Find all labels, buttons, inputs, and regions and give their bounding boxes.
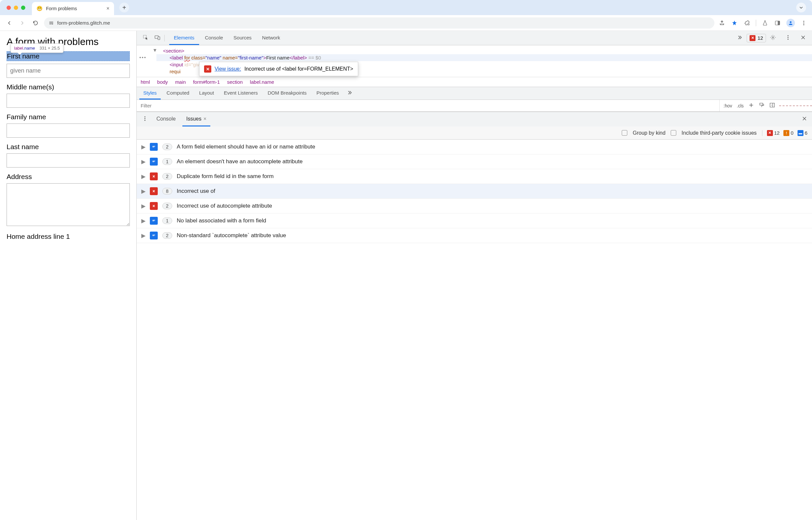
- drawer-tab-issues[interactable]: Issues ×: [182, 112, 211, 127]
- device-toolbar-button[interactable]: [152, 33, 162, 43]
- breadcrumb-item[interactable]: body: [157, 79, 168, 85]
- svg-point-6: [804, 24, 805, 25]
- close-tab-icon[interactable]: ×: [106, 6, 109, 11]
- family-name-input[interactable]: [6, 124, 130, 138]
- reload-button[interactable]: [31, 18, 40, 28]
- sidepanel-button[interactable]: [774, 19, 781, 27]
- drawer-menu-button[interactable]: [140, 114, 150, 124]
- styles-tab-properties[interactable]: Properties: [312, 87, 343, 100]
- close-issues-tab-icon[interactable]: ×: [203, 116, 206, 122]
- inspect-element-button[interactable]: [141, 33, 151, 43]
- new-tab-button[interactable]: +: [119, 3, 129, 12]
- site-settings-icon[interactable]: [49, 20, 54, 26]
- styles-tab-styles[interactable]: Styles: [139, 87, 161, 100]
- collapsed-dots-icon[interactable]: •••: [139, 54, 147, 60]
- issue-title: Non-standard `autocomplete` attribute va…: [177, 232, 286, 239]
- toggle-pane-button[interactable]: [769, 102, 775, 109]
- devtools-toolbar: ElementsConsoleSourcesNetwork ✕ 12: [137, 31, 812, 45]
- styles-filter-input[interactable]: [137, 103, 719, 108]
- page-content: A form with problems label.name 331 × 25…: [0, 31, 136, 520]
- error-count-chip[interactable]: ✕ 12: [746, 34, 766, 42]
- forward-button[interactable]: [18, 18, 27, 28]
- more-styles-tabs-button[interactable]: [345, 88, 355, 98]
- inspect-icon: [143, 34, 149, 41]
- issue-row[interactable]: ▶2Duplicate form field id in the same fo…: [137, 169, 812, 184]
- browser-tab[interactable]: 😬 Form problems ×: [32, 2, 114, 15]
- new-style-rule-button[interactable]: [748, 102, 754, 109]
- issue-row[interactable]: ▶1An element doesn't have an autocomplet…: [137, 154, 812, 169]
- resize-handle[interactable]: [779, 105, 812, 106]
- issue-row[interactable]: ▶2Incorrect use of autocomplete attribut…: [137, 199, 812, 213]
- profile-avatar[interactable]: [786, 19, 795, 27]
- breadcrumb-item[interactable]: main: [175, 79, 186, 85]
- styles-tab-event-listeners[interactable]: Event Listeners: [220, 87, 261, 100]
- last-name-input[interactable]: [6, 153, 130, 167]
- styles-tab-layout[interactable]: Layout: [195, 87, 218, 100]
- styles-tab-dom-breakpoints[interactable]: DOM Breakpoints: [264, 87, 310, 100]
- share-button[interactable]: [718, 19, 726, 27]
- tab-overflow-button[interactable]: [796, 3, 806, 12]
- first-name-input[interactable]: [6, 64, 130, 78]
- expand-arrow-icon: ▶: [141, 217, 145, 224]
- elements-tree[interactable]: ▼ <section> ••• <label for class="name" …: [137, 45, 812, 77]
- devtools-tab-network[interactable]: Network: [258, 31, 285, 45]
- devtools-menu-button[interactable]: [783, 33, 793, 43]
- back-button[interactable]: [5, 18, 14, 28]
- panel-right-icon: [769, 102, 775, 108]
- svg-rect-14: [760, 103, 763, 105]
- arrow-right-icon: [19, 20, 25, 26]
- hov-toggle[interactable]: :hov: [724, 103, 732, 108]
- breadcrumb-item[interactable]: form#form-1: [193, 79, 220, 85]
- close-devtools-button[interactable]: [798, 33, 808, 43]
- flask-icon: [762, 20, 768, 26]
- panel-icon: [775, 20, 781, 26]
- plus-icon: [748, 102, 754, 108]
- breadcrumb-item[interactable]: html: [141, 79, 150, 85]
- inspector-tooltip: label.name 331 × 25.5: [10, 43, 64, 53]
- middle-names-input[interactable]: [6, 94, 130, 108]
- errors-count: 12: [774, 130, 780, 136]
- drawer-tab-console[interactable]: Console: [152, 112, 180, 127]
- issue-popup-text: Incorrect use of <label for=FORM_ELEMENT…: [245, 66, 353, 72]
- styles-tab-computed[interactable]: Computed: [163, 87, 193, 100]
- devtools-tab-elements[interactable]: Elements: [169, 31, 199, 45]
- issue-row[interactable]: ▶1No label associated with a form field: [137, 213, 812, 228]
- issue-row[interactable]: ▶2A form field element should have an id…: [137, 139, 812, 154]
- menu-button[interactable]: [800, 19, 807, 27]
- settings-button[interactable]: [768, 33, 778, 43]
- cls-toggle[interactable]: .cls: [737, 103, 744, 108]
- drawer-tabs: Console Issues ×: [137, 112, 812, 127]
- close-drawer-button[interactable]: [800, 114, 809, 124]
- address-bar[interactable]: form-problems.glitch.me: [44, 18, 714, 29]
- address-bar-row: form-problems.glitch.me: [0, 15, 812, 31]
- group-by-kind-label: Group by kind: [633, 130, 665, 136]
- issue-row[interactable]: ▶8Incorrect use of: [137, 184, 812, 199]
- labs-button[interactable]: [761, 19, 769, 27]
- issue-row[interactable]: ▶2Non-standard `autocomplete` attribute …: [137, 228, 812, 243]
- include-3p-checkbox[interactable]: [671, 130, 676, 136]
- puzzle-icon: [744, 20, 750, 26]
- devtools-tab-console[interactable]: Console: [200, 31, 228, 45]
- home-address-1-label: Home address line 1: [6, 233, 130, 240]
- issue-count-badge: 2: [162, 232, 172, 239]
- disclosure-triangle-icon[interactable]: ▼: [152, 47, 157, 53]
- more-tabs-button[interactable]: [735, 33, 745, 43]
- maximize-window-icon[interactable]: [21, 6, 25, 10]
- breadcrumb-item[interactable]: label.name: [250, 79, 274, 85]
- info-bubble-icon: [150, 158, 158, 165]
- selected-element-line[interactable]: <label for class="name" name="first-name…: [156, 54, 812, 61]
- devtools-main-tabs: ElementsConsoleSourcesNetwork: [169, 31, 733, 45]
- close-window-icon[interactable]: [6, 6, 11, 10]
- bookmark-button[interactable]: [731, 19, 738, 27]
- address-textarea[interactable]: [6, 183, 130, 226]
- group-by-kind-checkbox[interactable]: [622, 130, 627, 136]
- minimize-window-icon[interactable]: [14, 6, 18, 10]
- issue-title: Duplicate form field id in the same form: [177, 173, 274, 180]
- traffic-lights: [6, 6, 25, 10]
- computed-styles-button[interactable]: [759, 102, 765, 109]
- url-text: form-problems.glitch.me: [57, 20, 710, 26]
- view-issue-link[interactable]: View issue:: [214, 66, 241, 72]
- extensions-button[interactable]: [743, 19, 751, 27]
- breadcrumb-item[interactable]: section: [227, 79, 243, 85]
- devtools-tab-sources[interactable]: Sources: [229, 31, 256, 45]
